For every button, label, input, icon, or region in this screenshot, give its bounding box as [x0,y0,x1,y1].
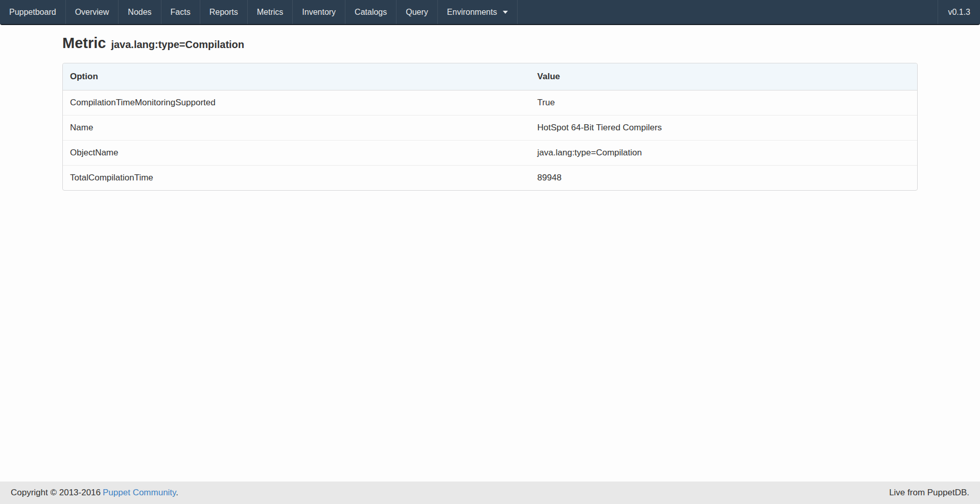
column-header-value: Value [530,63,917,90]
page-subtitle: java.lang:type=Compilation [111,39,244,50]
environments-label: Environments [447,8,497,17]
footer: Copyright © 2013-2016Puppet Community. L… [0,482,980,504]
nav-item-nodes[interactable]: Nodes [119,0,161,24]
page-title-text: Metric [62,35,106,51]
nav-brand-puppetboard[interactable]: Puppetboard [0,0,66,24]
table-row: TotalCompilationTime 89948 [63,165,917,190]
puppet-community-link[interactable]: Puppet Community [103,488,176,497]
table-row: CompilationTimeMonitoringSupported True [63,90,917,115]
option-cell: ObjectName [63,140,530,165]
value-cell: java.lang:type=Compilation [530,140,917,165]
metric-table: Option Value CompilationTimeMonitoringSu… [62,63,918,191]
value-cell: HotSpot 64-Bit Tiered Compilers [530,115,917,140]
nav-item-metrics[interactable]: Metrics [248,0,293,24]
nav-item-environments-dropdown[interactable]: Environments [438,0,518,24]
navbar: Puppetboard Overview Nodes Facts Reports… [0,0,980,25]
footer-copyright: Copyright © 2013-2016Puppet Community. [11,488,178,498]
copyright-text: Copyright © 2013-2016 [11,488,101,497]
option-cell: CompilationTimeMonitoringSupported [63,90,530,115]
column-header-option: Option [63,63,530,90]
nav-item-catalogs[interactable]: Catalogs [345,0,396,24]
main-content: Metricjava.lang:type=Compilation Option … [0,25,980,482]
nav-item-facts[interactable]: Facts [161,0,200,24]
value-cell: 89948 [530,165,917,190]
page-title: Metricjava.lang:type=Compilation [62,34,918,52]
chevron-down-icon [503,11,508,14]
value-cell: True [530,90,917,115]
option-cell: Name [63,115,530,140]
version-label: v0.1.3 [938,0,980,24]
nav-item-inventory[interactable]: Inventory [293,0,345,24]
table-row: Name HotSpot 64-Bit Tiered Compilers [63,115,917,140]
option-cell: TotalCompilationTime [63,165,530,190]
nav-item-query[interactable]: Query [396,0,438,24]
nav-item-reports[interactable]: Reports [200,0,248,24]
table-row: ObjectName java.lang:type=Compilation [63,140,917,165]
footer-status: Live from PuppetDB. [889,488,969,498]
table-header-row: Option Value [63,63,917,90]
nav-item-overview[interactable]: Overview [66,0,119,24]
copyright-period: . [176,488,178,497]
